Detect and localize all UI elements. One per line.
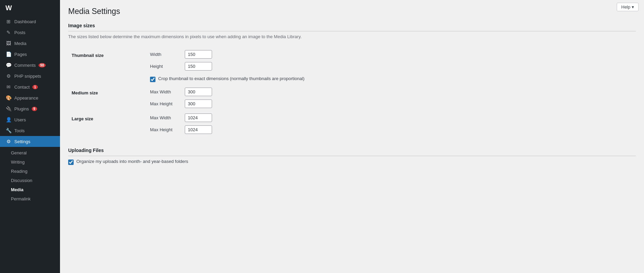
large-max-height-input[interactable] xyxy=(185,125,212,134)
thumbnail-width-label: Width xyxy=(150,52,181,57)
sidebar-item-label: Pages xyxy=(14,52,27,57)
sidebar-item-php-snippets[interactable]: ⚙ PHP snippets xyxy=(0,71,60,81)
image-sizes-description: The sizes listed below determine the max… xyxy=(68,34,636,39)
image-sizes-table: Thumbnail size Width Height xyxy=(68,47,636,137)
wp-logo-icon: W xyxy=(5,4,12,12)
medium-size-fields: Max Width Max Height xyxy=(143,85,636,111)
medium-height-row: Max Height xyxy=(150,100,632,108)
thumbnail-crop-label: Crop thumbnail to exact dimensions (norm… xyxy=(158,76,304,81)
image-sizes-section: Image sizes The sizes listed below deter… xyxy=(68,23,636,137)
medium-max-width-input[interactable] xyxy=(185,88,212,96)
large-size-row: Large size Max Width Max Height xyxy=(68,111,636,137)
thumbnail-size-label: Thumbnail size xyxy=(68,47,143,85)
settings-icon: ⚙ xyxy=(5,139,12,144)
uploading-files-title: Uploading Files xyxy=(68,148,636,156)
medium-field-group: Max Width Max Height xyxy=(150,88,632,108)
sidebar-item-label: Tools xyxy=(14,128,25,133)
sidebar-item-contact[interactable]: ✉ Contact 1 xyxy=(0,81,60,92)
submenu-item-writing[interactable]: Writing xyxy=(0,157,60,167)
thumbnail-crop-row: Crop thumbnail to exact dimensions (norm… xyxy=(150,76,632,82)
uploading-files-section: Uploading Files Organize my uploads into… xyxy=(68,148,636,165)
thumbnail-field-group: Width Height Crop thumbnail to exact dim… xyxy=(150,50,632,82)
chevron-down-icon: ▾ xyxy=(632,4,634,10)
medium-max-height-input[interactable] xyxy=(185,100,212,108)
large-max-width-input[interactable] xyxy=(185,113,212,122)
contact-badge: 1 xyxy=(32,85,38,89)
sidebar-item-dashboard[interactable]: ⊞ Dashboard xyxy=(0,16,60,27)
large-field-group: Max Width Max Height xyxy=(150,113,632,134)
thumbnail-width-input[interactable] xyxy=(185,50,212,59)
sidebar-item-label: Settings xyxy=(14,139,30,144)
thumbnail-width-row: Width xyxy=(150,50,632,59)
sidebar-item-label: Media xyxy=(14,41,26,46)
sidebar-item-posts[interactable]: ✎ Posts xyxy=(0,27,60,38)
sidebar-item-label: Contact xyxy=(14,85,30,90)
submenu-item-permalink[interactable]: Permalink xyxy=(0,194,60,203)
submenu-item-reading[interactable]: Reading xyxy=(0,167,60,176)
plugins-icon: 🔌 xyxy=(5,106,12,111)
php-snippets-icon: ⚙ xyxy=(5,73,12,79)
submenu-item-media[interactable]: Media xyxy=(0,185,60,194)
medium-max-height-label: Max Height xyxy=(150,101,181,106)
tools-icon: 🔧 xyxy=(5,128,12,133)
large-width-row: Max Width xyxy=(150,113,632,122)
sidebar-item-tools[interactable]: 🔧 Tools xyxy=(0,125,60,136)
help-button[interactable]: Help ▾ xyxy=(617,3,639,11)
image-sizes-title: Image sizes xyxy=(68,23,636,31)
sidebar-item-media[interactable]: 🖼 Media xyxy=(0,38,60,49)
sidebar: W ⊞ Dashboard ✎ Posts 🖼 Media 📄 Pages 💬 … xyxy=(0,0,60,273)
comments-badge: 98 xyxy=(39,63,46,67)
sidebar-item-label: Comments xyxy=(14,63,36,68)
medium-size-label: Medium size xyxy=(68,85,143,111)
submenu-item-discussion[interactable]: Discussion xyxy=(0,176,60,185)
large-size-fields: Max Width Max Height xyxy=(143,111,636,137)
page-title: Media Settings xyxy=(68,7,636,16)
help-label: Help xyxy=(621,4,630,10)
thumbnail-height-label: Height xyxy=(150,64,181,69)
large-size-label: Large size xyxy=(68,111,143,137)
organize-uploads-label: Organize my uploads into month- and year… xyxy=(76,159,188,164)
sidebar-item-users[interactable]: 👤 Users xyxy=(0,114,60,125)
sidebar-item-label: Posts xyxy=(14,30,26,35)
sidebar-item-appearance[interactable]: 🎨 Appearance xyxy=(0,92,60,103)
large-max-width-label: Max Width xyxy=(150,115,181,120)
submenu-item-general[interactable]: General xyxy=(0,148,60,157)
plugins-badge: 9 xyxy=(32,107,37,111)
sidebar-item-settings[interactable]: ⚙ Settings xyxy=(0,136,60,147)
thumbnail-crop-checkbox[interactable] xyxy=(150,77,155,82)
medium-max-width-label: Max Width xyxy=(150,89,181,94)
sidebar-item-label: Plugins xyxy=(14,106,29,111)
sidebar-logo: W xyxy=(0,0,60,16)
sidebar-item-label: PHP snippets xyxy=(14,74,41,79)
sidebar-item-label: Appearance xyxy=(14,95,38,101)
thumbnail-height-input[interactable] xyxy=(185,62,212,71)
thumbnail-height-row: Height xyxy=(150,62,632,71)
organize-uploads-checkbox[interactable] xyxy=(68,160,74,165)
thumbnail-size-row: Thumbnail size Width Height xyxy=(68,47,636,85)
sidebar-item-label: Dashboard xyxy=(14,19,36,24)
medium-width-row: Max Width xyxy=(150,88,632,96)
appearance-icon: 🎨 xyxy=(5,95,12,101)
medium-size-row: Medium size Max Width Max Height xyxy=(68,85,636,111)
pages-icon: 📄 xyxy=(5,51,12,57)
comments-icon: 💬 xyxy=(5,62,12,68)
organize-uploads-row: Organize my uploads into month- and year… xyxy=(68,159,636,165)
main-content: Media Settings Image sizes The sizes lis… xyxy=(60,0,644,273)
sidebar-item-plugins[interactable]: 🔌 Plugins 9 xyxy=(0,103,60,114)
sidebar-item-pages[interactable]: 📄 Pages xyxy=(0,49,60,60)
sidebar-item-label: Users xyxy=(14,117,26,122)
posts-icon: ✎ xyxy=(5,30,12,35)
sidebar-item-comments[interactable]: 💬 Comments 98 xyxy=(0,60,60,71)
settings-submenu: General Writing Reading Discussion Media… xyxy=(0,147,60,205)
contact-icon: ✉ xyxy=(5,84,12,90)
users-icon: 👤 xyxy=(5,117,12,122)
large-max-height-label: Max Height xyxy=(150,127,181,132)
large-height-row: Max Height xyxy=(150,125,632,134)
media-icon: 🖼 xyxy=(5,41,12,46)
dashboard-icon: ⊞ xyxy=(5,19,12,24)
thumbnail-size-fields: Width Height Crop thumbnail to exact dim… xyxy=(143,47,636,85)
